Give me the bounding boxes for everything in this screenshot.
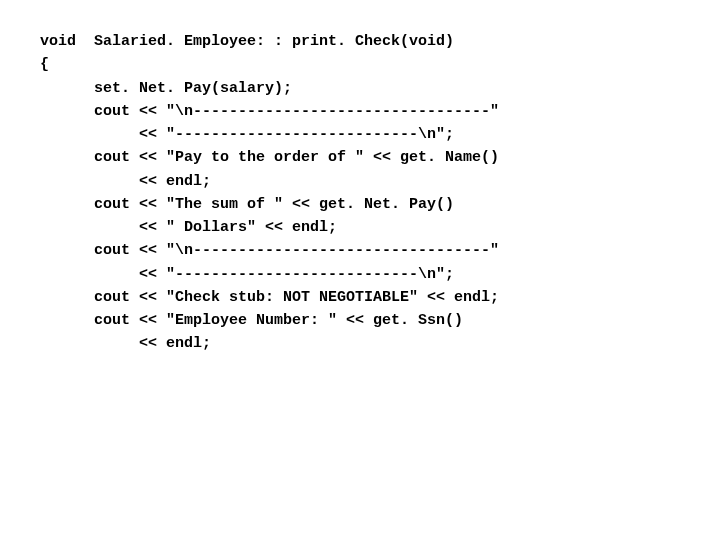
code-line: << endl;: [40, 170, 680, 193]
code-line: void Salaried. Employee: : print. Check(…: [40, 30, 680, 53]
code-block: void Salaried. Employee: : print. Check(…: [40, 30, 680, 356]
code-line: cout << "\n-----------------------------…: [40, 239, 680, 262]
code-line: cout << "\n-----------------------------…: [40, 100, 680, 123]
code-line: cout << "Pay to the order of " << get. N…: [40, 146, 680, 169]
code-line: << " Dollars" << endl;: [40, 216, 680, 239]
code-line: {: [40, 53, 680, 76]
code-line: cout << "Employee Number: " << get. Ssn(…: [40, 309, 680, 332]
code-line: set. Net. Pay(salary);: [40, 77, 680, 100]
code-line: << "---------------------------\n";: [40, 123, 680, 146]
code-line: cout << "The sum of " << get. Net. Pay(): [40, 193, 680, 216]
code-line: cout << "Check stub: NOT NEGOTIABLE" << …: [40, 286, 680, 309]
code-line: << endl;: [40, 332, 680, 355]
code-line: << "---------------------------\n";: [40, 263, 680, 286]
